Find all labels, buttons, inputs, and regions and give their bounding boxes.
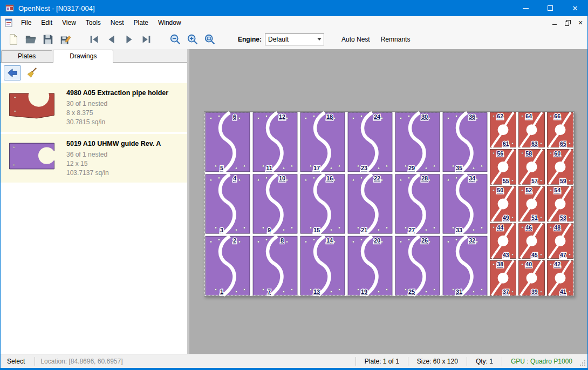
svg-text:4: 4 xyxy=(233,175,237,181)
svg-text:28: 28 xyxy=(421,175,428,181)
title-bar: OpenNest - [N0317-004] ✕ xyxy=(1,0,587,16)
engine-select[interactable]: Default xyxy=(265,33,324,45)
svg-text:59: 59 xyxy=(560,178,566,184)
zoom-out-button[interactable] xyxy=(167,31,184,48)
svg-text:52: 52 xyxy=(525,187,532,193)
mdi-restore-icon xyxy=(565,20,571,26)
list-item[interactable]: 5019 A10 UHMW guide Rev. A 36 of 1 neste… xyxy=(1,134,187,183)
svg-text:24: 24 xyxy=(374,113,381,120)
part-thumbnail-red xyxy=(5,88,59,123)
svg-text:22: 22 xyxy=(374,175,380,181)
zoom-in-icon xyxy=(187,33,199,45)
svg-text:20: 20 xyxy=(374,237,380,244)
maximize-icon xyxy=(548,5,553,11)
auto-nest-button[interactable]: Auto Nest xyxy=(336,32,375,46)
svg-text:39: 39 xyxy=(531,289,538,295)
svg-text:48: 48 xyxy=(554,224,560,231)
nav-prev-icon xyxy=(106,33,118,45)
svg-text:64: 64 xyxy=(525,113,532,119)
svg-text:5: 5 xyxy=(220,165,223,171)
mdi-close-button[interactable]: ✕ xyxy=(575,17,586,28)
menu-edit[interactable]: Edit xyxy=(36,16,57,29)
part-thumbnail-purple xyxy=(5,139,59,173)
open-button[interactable] xyxy=(22,31,39,48)
nav-next-button[interactable] xyxy=(120,31,138,48)
menu-plate[interactable]: Plate xyxy=(129,16,153,29)
drawing-size: 12 x 15 xyxy=(66,159,161,169)
svg-text:62: 62 xyxy=(497,113,503,119)
drawing-list: 4980 A05 Extraction pipe holder 30 of 1 … xyxy=(1,83,187,354)
svg-text:32: 32 xyxy=(469,237,475,244)
menu-bar: File Edit View Tools Nest Plate Window ✕ xyxy=(1,16,587,29)
nav-prev-button[interactable] xyxy=(103,31,120,48)
drawing-area: 30.7815 sq/in xyxy=(66,118,168,127)
svg-text:50: 50 xyxy=(497,187,503,193)
svg-text:11: 11 xyxy=(266,165,272,171)
engine-label: Engine: xyxy=(238,36,262,43)
svg-text:15: 15 xyxy=(313,227,320,233)
nav-last-button[interactable] xyxy=(138,31,155,48)
svg-text:40: 40 xyxy=(525,261,532,267)
svg-text:36: 36 xyxy=(469,113,475,120)
nav-first-button[interactable] xyxy=(86,31,103,48)
svg-text:66: 66 xyxy=(554,113,560,119)
zoom-in-button[interactable] xyxy=(184,31,201,48)
svg-text:16: 16 xyxy=(326,175,333,181)
svg-text:61: 61 xyxy=(503,140,509,147)
drawing-nested-count: 36 of 1 nested xyxy=(66,150,161,159)
svg-text:17: 17 xyxy=(313,165,320,171)
svg-text:65: 65 xyxy=(560,140,566,147)
save-button[interactable] xyxy=(39,31,57,48)
clean-button[interactable] xyxy=(23,65,40,80)
send-back-button[interactable] xyxy=(4,65,21,80)
svg-text:58: 58 xyxy=(525,150,532,157)
menu-file[interactable]: File xyxy=(16,16,36,29)
svg-text:25: 25 xyxy=(408,288,415,295)
nest-canvas[interactable]: 6512111817242330293635431091615222128273… xyxy=(189,49,587,354)
status-plate: Plate: 1 of 1 xyxy=(359,358,405,365)
nav-last-icon xyxy=(140,33,152,45)
tab-plates[interactable]: Plates xyxy=(1,50,52,62)
main-toolbar: Engine: Default Auto Nest Remnants xyxy=(1,29,587,49)
svg-text:33: 33 xyxy=(456,227,462,233)
open-folder-icon xyxy=(25,33,37,45)
remnants-button[interactable]: Remnants xyxy=(375,32,416,46)
mdi-minimize-icon xyxy=(552,24,557,25)
tab-drawings[interactable]: Drawings xyxy=(53,50,113,63)
svg-text:3: 3 xyxy=(220,227,223,233)
menu-tools[interactable]: Tools xyxy=(81,16,106,29)
new-button[interactable] xyxy=(5,31,22,48)
svg-text:47: 47 xyxy=(560,252,566,258)
svg-text:1: 1 xyxy=(220,288,223,295)
engine-selected-value: Default xyxy=(265,36,315,43)
svg-text:49: 49 xyxy=(503,214,509,221)
document-icon[interactable] xyxy=(4,18,13,27)
svg-text:46: 46 xyxy=(525,224,532,231)
maximize-button[interactable] xyxy=(538,0,563,16)
menu-window[interactable]: Window xyxy=(153,16,186,29)
save-as-button[interactable] xyxy=(57,31,74,48)
minimize-button[interactable] xyxy=(513,0,538,16)
mdi-restore-button[interactable] xyxy=(562,17,573,28)
broom-icon xyxy=(26,67,38,79)
close-button[interactable]: ✕ xyxy=(563,0,587,16)
nav-first-icon xyxy=(88,33,100,45)
svg-text:19: 19 xyxy=(361,288,367,295)
save-as-icon xyxy=(59,33,71,45)
menu-view[interactable]: View xyxy=(57,16,81,29)
resize-grip[interactable] xyxy=(579,359,586,367)
menu-nest[interactable]: Nest xyxy=(106,16,129,29)
svg-text:18: 18 xyxy=(326,113,333,120)
svg-text:51: 51 xyxy=(531,214,538,221)
svg-text:37: 37 xyxy=(503,289,509,295)
status-gpu: GPU : Quadro P1000 xyxy=(505,358,578,365)
list-item[interactable]: 4980 A05 Extraction pipe holder 30 of 1 … xyxy=(1,83,187,132)
svg-text:63: 63 xyxy=(531,140,538,147)
zoom-fit-button[interactable] xyxy=(201,31,218,48)
svg-text:9: 9 xyxy=(268,227,271,233)
mdi-minimize-button[interactable] xyxy=(549,17,560,28)
status-location: Location: [84.8696, 60.6957] xyxy=(38,358,122,365)
status-qty: Qty: 1 xyxy=(470,358,498,365)
svg-text:29: 29 xyxy=(408,165,415,171)
save-icon xyxy=(42,33,54,45)
